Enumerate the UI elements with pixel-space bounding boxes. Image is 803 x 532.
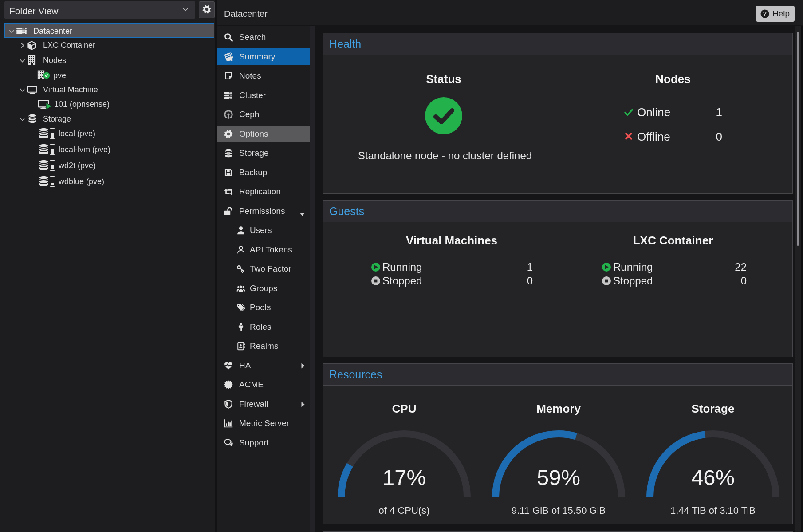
svg-text:?: ? xyxy=(763,11,767,17)
